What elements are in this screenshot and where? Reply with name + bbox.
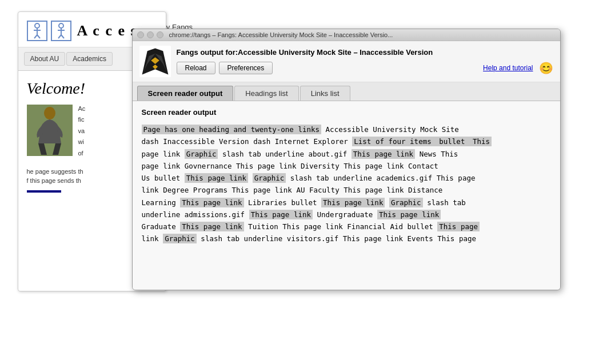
- bg-text-line-5: of: [78, 149, 86, 158]
- text-segment-22: [385, 198, 389, 207]
- section-title: Screen reader output: [142, 108, 551, 117]
- svg-point-5: [59, 23, 63, 28]
- text-segment-28: This page link: [377, 210, 441, 219]
- traffic-light-minimize[interactable]: [147, 31, 154, 38]
- text-segment-18: Learning: [142, 198, 181, 207]
- logo-icons: [27, 21, 71, 41]
- fangs-content: Screen reader output Page has one headin…: [133, 101, 560, 290]
- traffic-light-maximize[interactable]: [157, 31, 163, 38]
- preferences-button[interactable]: Preferences: [219, 62, 273, 74]
- logo-icon-2: [51, 21, 71, 41]
- bg-text-line-3: va: [78, 127, 86, 135]
- logo-icon-1: [27, 21, 47, 41]
- text-segment-16: slash tab underline academics.gif This p…: [286, 174, 475, 182]
- text-segment-17: link Degree Programs This page link AU F…: [142, 186, 443, 194]
- text-segment-3: List of four items: [352, 137, 433, 146]
- text-segment-14: [248, 174, 253, 182]
- text-segment-20: Libraries bullet: [244, 198, 321, 207]
- text-segment-21: This page link: [321, 198, 385, 207]
- text-segment-33: Financial Aid bullet: [343, 222, 438, 231]
- tab-links-label: Links list: [311, 89, 340, 98]
- fangs-title: Fangs output for:Accessible University M…: [177, 48, 553, 57]
- text-segment-26: This page link: [249, 210, 313, 219]
- text-segment-11: page link Govnernance This page link Div…: [142, 162, 438, 170]
- nav-about[interactable]: About AU: [24, 52, 66, 66]
- help-tutorial-link[interactable]: Help and tutorial: [483, 64, 533, 72]
- traffic-light-close[interactable]: [137, 31, 144, 38]
- fangs-header-right: Fangs output for:Accessible University M…: [177, 48, 553, 75]
- screen-reader-text: Page has one heading and twenty-one link…: [142, 123, 551, 245]
- text-segment-23: Graphic: [389, 198, 423, 207]
- text-segment-10: News This: [415, 150, 458, 158]
- traffic-lights: [137, 31, 163, 38]
- fangs-header: Fangs output for:Accessible University M…: [133, 41, 560, 82]
- text-segment-15: Graphic: [253, 173, 286, 183]
- svg-point-0: [35, 23, 39, 28]
- text-segment-30: This page link: [180, 222, 243, 231]
- nav-academics[interactable]: Academics: [66, 52, 113, 66]
- tab-screen-reader[interactable]: Screen reader output: [137, 86, 234, 101]
- tab-screen-reader-label: Screen reader output: [148, 89, 223, 98]
- smiley-icon: 😊: [539, 61, 553, 75]
- text-segment-34: This page: [437, 222, 480, 231]
- text-segment-37: slash tab underline visitors.gif This pa…: [197, 234, 476, 243]
- reload-button[interactable]: Reload: [177, 62, 215, 74]
- text-segment-29: Graduate: [142, 222, 181, 231]
- bg-blue-bar: [27, 190, 61, 193]
- text-segment-12: Us bullet: [142, 174, 185, 182]
- text-segment-13: This page link: [185, 173, 248, 183]
- bg-photo: [27, 105, 73, 156]
- bg-text-block: Ac fic va wi of: [78, 105, 86, 160]
- text-segment-36: Graphic: [163, 234, 197, 243]
- bg-text-line-1: Ac: [78, 105, 86, 113]
- text-segment-9: This page link: [352, 149, 415, 159]
- titlebar-url: chrome://tangs – Fangs: Accessible Unive…: [169, 31, 556, 38]
- fangs-tabs: Screen reader output Headings list Links…: [133, 82, 560, 101]
- text-segment-25: underline admissions.gif: [142, 210, 249, 219]
- text-segment-31: Tuition: [244, 222, 283, 231]
- fangs-logo-icon: [139, 46, 171, 77]
- fangs-titlebar: chrome://tangs – Fangs: Accessible Unive…: [133, 29, 560, 41]
- svg-line-3: [34, 35, 37, 38]
- svg-line-9: [61, 35, 64, 38]
- svg-line-4: [37, 35, 40, 38]
- text-segment-4: bullet: [433, 137, 471, 146]
- text-segment-27: Undergraduate: [313, 210, 377, 219]
- text-segment-2: dash Inaccessible Version dash Internet …: [142, 137, 353, 146]
- text-segment-24: slash tab: [423, 198, 466, 207]
- text-segment-5: This: [471, 137, 492, 146]
- text-segment-6: page link: [142, 150, 185, 158]
- text-segment-32: This page link: [282, 222, 342, 231]
- text-segment-0: Page has one heading and twenty-one link…: [142, 125, 322, 134]
- text-segment-7: Graphic: [185, 149, 218, 159]
- fangs-buttons: Reload Preferences Help and tutorial 😊: [177, 61, 553, 75]
- svg-line-8: [58, 35, 61, 38]
- tab-headings-label: Headings list: [245, 89, 287, 98]
- svg-point-10: [44, 107, 55, 119]
- text-segment-8: slash tab underline about.gif: [218, 150, 351, 158]
- text-segment-19: This page link: [180, 198, 243, 207]
- bg-text-line-4: wi: [78, 138, 86, 146]
- fangs-popup: chrome://tangs – Fangs: Accessible Unive…: [132, 29, 561, 290]
- tab-links[interactable]: Links list: [300, 86, 350, 101]
- text-segment-1: Accessible University Mock Site: [321, 125, 459, 134]
- text-segment-35: link: [142, 234, 163, 243]
- tab-headings[interactable]: Headings list: [234, 86, 298, 101]
- bg-text-line-2: fic: [78, 115, 86, 124]
